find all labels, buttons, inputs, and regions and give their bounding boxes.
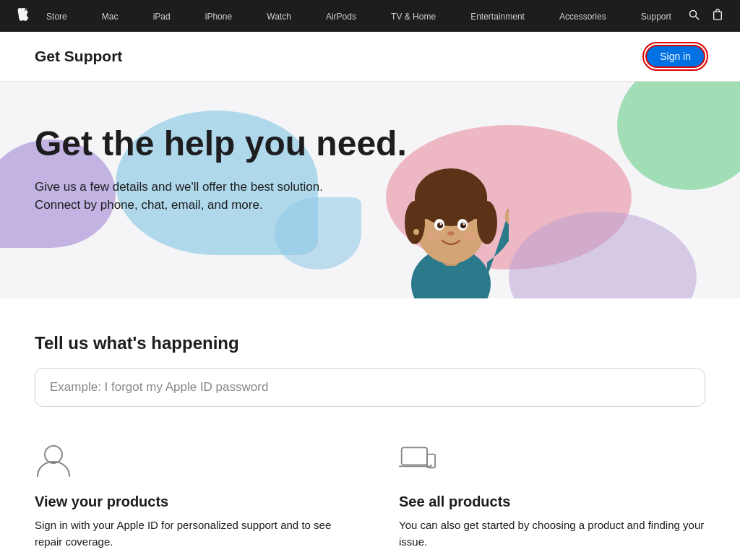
- nav-watch[interactable]: Watch: [267, 12, 291, 22]
- svg-point-16: [426, 233, 440, 241]
- see-all-products-card: See all products You can also get starte…: [399, 441, 705, 560]
- memoji-svg: [393, 139, 509, 298]
- apple-logo-link[interactable]: [17, 8, 29, 25]
- svg-point-17: [462, 233, 476, 241]
- svg-rect-22: [402, 447, 427, 465]
- svg-point-24: [430, 465, 432, 467]
- svg-point-18: [413, 229, 419, 235]
- search-button[interactable]: [689, 9, 700, 23]
- nav-iphone[interactable]: iPhone: [205, 12, 232, 22]
- nav-tv-home[interactable]: TV & Home: [391, 12, 436, 22]
- cards-row: View your products Sign in with your App…: [35, 441, 705, 560]
- nav-menu: Store Mac iPad iPhone Watch AirPods TV &…: [29, 9, 689, 22]
- bag-button[interactable]: [713, 9, 723, 23]
- svg-rect-8: [415, 194, 487, 219]
- nav-ipad[interactable]: iPad: [153, 12, 171, 22]
- page-title: Get Support: [35, 48, 122, 65]
- nav-store[interactable]: Store: [46, 12, 67, 22]
- sign-in-button[interactable]: Sign in: [645, 45, 705, 68]
- hero-subtitle: Give us a few details and we'll offer th…: [35, 178, 407, 215]
- nav-mac[interactable]: Mac: [102, 12, 119, 22]
- nav-airpods[interactable]: AirPods: [326, 12, 356, 22]
- header-bar: Get Support Sign in: [0, 32, 740, 82]
- devices-icon: [399, 441, 705, 482]
- view-products-card: View your products Sign in with your App…: [35, 441, 341, 560]
- bubble-purple-right: [509, 212, 697, 298]
- support-search-input[interactable]: [35, 368, 705, 407]
- svg-point-20: [35, 441, 72, 479]
- search-container: [35, 368, 705, 407]
- bag-icon: [713, 9, 723, 20]
- svg-point-14: [463, 223, 465, 225]
- search-icon: [689, 9, 700, 20]
- nav-entertainment[interactable]: Entertainment: [470, 12, 525, 22]
- nav-icons: [689, 9, 723, 23]
- view-products-desc: Sign in with your Apple ID for personali…: [35, 517, 341, 550]
- nav-accessories[interactable]: Accessories: [559, 12, 606, 22]
- view-products-title: View your products: [35, 494, 341, 510]
- hero-title: Get the help you need.: [35, 125, 407, 163]
- svg-line-1: [696, 16, 700, 20]
- nav-support[interactable]: Support: [641, 12, 671, 22]
- svg-point-15: [447, 231, 455, 236]
- see-all-products-title: See all products: [399, 494, 705, 510]
- main-content: Tell us what's happening View your produ…: [0, 298, 740, 560]
- memoji-character: [393, 139, 509, 298]
- svg-point-21: [45, 446, 62, 463]
- see-all-products-desc: You can also get started by choosing a p…: [399, 517, 705, 550]
- hero-content: Get the help you need. Give us a few det…: [35, 125, 407, 258]
- apple-logo-icon: [17, 8, 29, 21]
- navigation: Store Mac iPad iPhone Watch AirPods TV &…: [0, 0, 740, 32]
- bubble-green: [617, 82, 740, 190]
- person-icon: [35, 441, 341, 482]
- section-title: Tell us what's happening: [35, 333, 705, 353]
- hero-section: Get the help you need. Give us a few det…: [0, 82, 740, 298]
- svg-point-13: [440, 223, 442, 225]
- svg-point-0: [690, 10, 697, 17]
